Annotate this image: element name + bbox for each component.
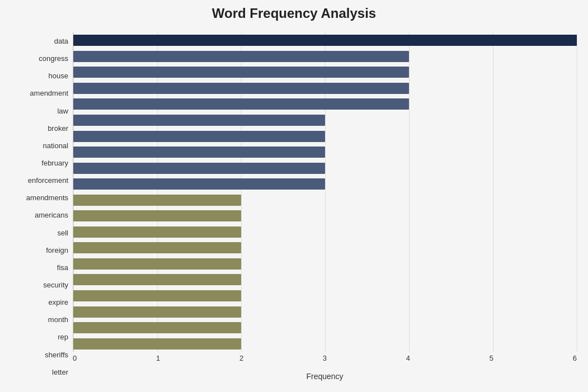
bar	[73, 163, 325, 174]
bar	[73, 306, 241, 318]
chart-title: Word Frequency Analysis	[212, 6, 376, 21]
bar-row	[73, 64, 577, 80]
y-label: enforcement	[11, 173, 68, 188]
y-label: sell	[11, 225, 68, 240]
bar-row	[73, 81, 577, 96]
bar-row	[73, 224, 577, 240]
x-label: 2	[239, 354, 243, 362]
y-label: amendment	[11, 86, 68, 101]
bar	[73, 51, 409, 62]
bar-row	[73, 272, 577, 287]
y-label: month	[11, 312, 68, 328]
bar-row	[73, 288, 577, 304]
bar	[73, 242, 241, 253]
y-axis-labels: datacongresshouseamendmentlawbrokernatio…	[11, 32, 73, 381]
x-label: 5	[490, 354, 493, 362]
bar-row	[73, 304, 577, 320]
y-label: february	[11, 155, 68, 171]
y-label: sheriffs	[11, 347, 68, 362]
bar-row	[73, 336, 577, 352]
bar-row	[73, 240, 577, 256]
y-label: house	[11, 68, 68, 84]
y-label: congress	[11, 51, 68, 67]
bar-row	[73, 112, 577, 128]
bar-row	[73, 96, 577, 112]
y-label: broker	[11, 120, 68, 136]
y-label: security	[11, 277, 68, 293]
bar	[73, 258, 241, 270]
x-label: 3	[323, 354, 327, 362]
y-label: data	[11, 34, 68, 49]
bar	[73, 274, 241, 285]
x-axis: 0123456	[73, 354, 577, 371]
x-label: 0	[73, 354, 77, 362]
grid-line	[577, 32, 577, 352]
y-label: foreign	[11, 242, 68, 258]
y-label: letter	[11, 364, 68, 380]
bar-row	[73, 160, 577, 176]
bar-row	[73, 320, 577, 336]
bar-row	[73, 32, 577, 48]
x-label: 6	[573, 354, 577, 362]
bar	[73, 178, 325, 190]
chart-area: datacongresshouseamendmentlawbrokernatio…	[11, 32, 577, 381]
y-label: americans	[11, 207, 68, 223]
bars-and-grid: 0123456 Frequency	[73, 32, 577, 381]
bar	[73, 98, 409, 110]
y-label: law	[11, 103, 68, 119]
bar	[73, 338, 241, 350]
bar	[73, 195, 241, 206]
bar	[73, 147, 325, 158]
bar-row	[73, 208, 577, 224]
x-axis-title: Frequency	[73, 372, 577, 381]
bar-row	[73, 192, 577, 208]
bar	[73, 83, 409, 94]
y-label: expire	[11, 295, 68, 310]
y-label: amendments	[11, 190, 68, 206]
bar	[73, 210, 241, 221]
bar	[73, 35, 577, 46]
bars-wrapper	[73, 32, 577, 352]
bar-row	[73, 49, 577, 64]
bar	[73, 290, 241, 301]
x-axis-labels: 0123456	[73, 354, 577, 362]
y-label: national	[11, 138, 68, 153]
x-label: 4	[406, 354, 410, 362]
bar-row	[73, 129, 577, 144]
y-label: rep	[11, 329, 68, 345]
bar-row	[73, 144, 577, 160]
chart-container: datacongresshouseamendmentlawbrokernatio…	[11, 32, 577, 381]
bar	[73, 226, 241, 238]
bar-row	[73, 176, 577, 192]
x-label: 1	[156, 354, 160, 362]
y-label: fisa	[11, 259, 68, 275]
bar	[73, 131, 325, 142]
bar	[73, 322, 241, 333]
bar-row	[73, 256, 577, 272]
bar	[73, 115, 325, 126]
bar	[73, 67, 409, 78]
